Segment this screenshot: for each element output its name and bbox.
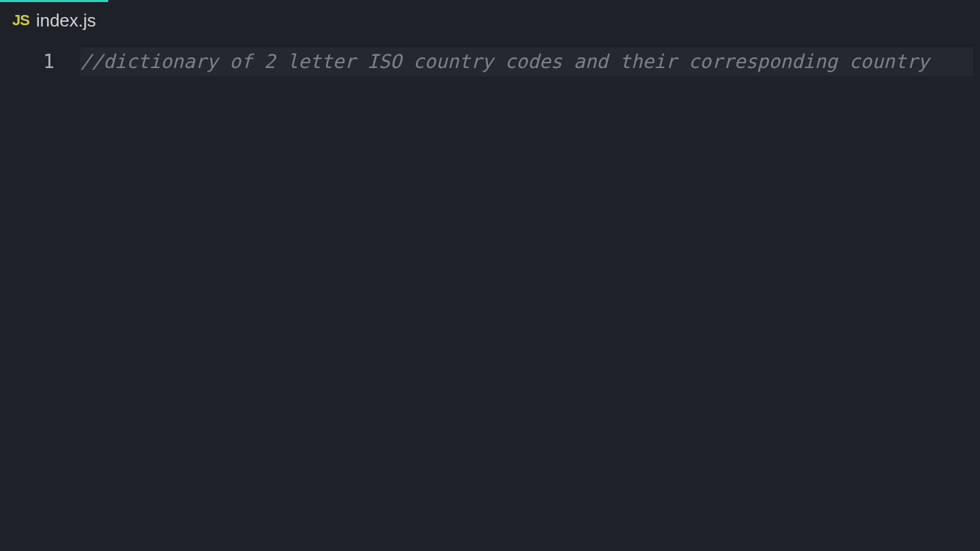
tab-index-js[interactable]: JS index.js <box>0 0 108 41</box>
code-editor[interactable]: 1 //dictionary of 2 letter ISO country c… <box>0 41 980 551</box>
tab-filename-label: index.js <box>36 10 96 31</box>
tab-bar: JS index.js <box>0 0 980 41</box>
line-number-gutter: 1 <box>0 41 74 551</box>
code-line: //dictionary of 2 letter ISO country cod… <box>80 48 980 76</box>
comment-text: //dictionary of 2 letter ISO country cod… <box>80 50 929 73</box>
code-content-area[interactable]: //dictionary of 2 letter ISO country cod… <box>74 41 980 551</box>
js-file-icon: JS <box>12 12 29 29</box>
line-number: 1 <box>0 48 54 76</box>
